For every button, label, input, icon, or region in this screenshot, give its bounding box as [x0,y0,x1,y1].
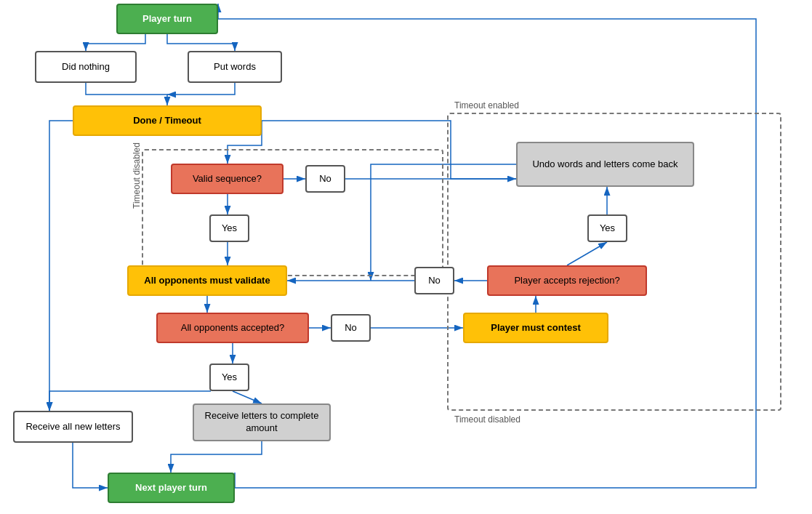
timeout-enabled-label: Timeout enabled [454,100,519,111]
receive-all-new-letters-node: Receive all new letters [13,411,133,443]
done-timeout-node: Done / Timeout [73,105,262,136]
put-words-node: Put words [188,51,282,83]
valid-sequence-node: Valid sequence? [171,164,284,194]
all-opponents-validate-node: All opponents must validate [127,265,287,296]
player-accepts-node: Player accepts rejection? [487,265,647,296]
next-player-turn-node: Next player turn [108,473,235,503]
player-turn-node: Player turn [116,4,218,34]
yes-valid-node: Yes [209,214,249,242]
no-valid-node: No [305,165,345,193]
undo-words-node: Undo words and letters come back [516,142,694,187]
all-opponents-accepted-node: All opponents accepted? [156,313,309,343]
timeout-disabled-label-left: Timeout disabled [132,142,142,209]
yes-accepted-node: Yes [209,364,249,391]
receive-letters-complete-node: Receive letters to complete amount [193,403,331,441]
no-accepts-node: No [414,267,454,294]
svg-line-11 [233,391,262,403]
did-nothing-node: Did nothing [35,51,137,83]
yes-undo-node: Yes [587,214,627,242]
player-must-contest-node: Player must contest [463,313,608,343]
flowchart: Timeout enabled Timeout disabled Timeout… [0,0,812,514]
no-accepted-node: No [331,314,371,342]
timeout-disabled-label-bottom: Timeout disabled [454,414,520,425]
